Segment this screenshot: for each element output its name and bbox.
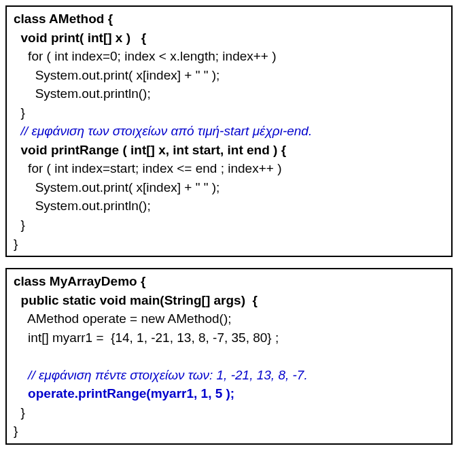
code-comment: // εμφάνιση πέντε στοιχείων των: 1, -21,… [14, 366, 444, 385]
code-line: } [14, 235, 444, 254]
code-line: AMethod operate = new AMethod(); [14, 309, 444, 328]
code-line: class MyArrayDemo { [14, 272, 444, 291]
code-line: } [14, 403, 444, 422]
code-line: int[] myarr1 = {14, 1, -21, 13, 8, -7, 3… [14, 328, 444, 347]
code-line: System.out.print( x[index] + " " ); [14, 178, 444, 197]
code-line: } [14, 422, 444, 441]
code-line: System.out.println(); [14, 84, 444, 103]
code-line: for ( int index=0; index < x.length; ind… [14, 47, 444, 66]
code-comment: // εμφάνιση των στοιχείων από τιμή-start… [14, 122, 444, 141]
code-line [14, 347, 444, 366]
code-line-highlight: operate.printRange(myarr1, 1, 5 ); [14, 384, 444, 403]
code-line: public static void main(String[] args) { [14, 291, 444, 310]
code-line: System.out.print( x[index] + " " ); [14, 66, 444, 85]
code-line: void print( int[] x ) { [14, 29, 444, 48]
code-line: } [14, 216, 444, 235]
code-line: } [14, 103, 444, 122]
code-line: System.out.println(); [14, 197, 444, 216]
code-line: for ( int index=start; index <= end ; in… [14, 159, 444, 178]
code-line: void printRange ( int[] x, int start, in… [14, 141, 444, 160]
code-box-myarraydemo: class MyArrayDemo { public static void m… [5, 268, 453, 445]
code-line: class AMethod { [14, 10, 444, 29]
code-box-amethod: class AMethod { void print( int[] x ) { … [5, 5, 453, 257]
